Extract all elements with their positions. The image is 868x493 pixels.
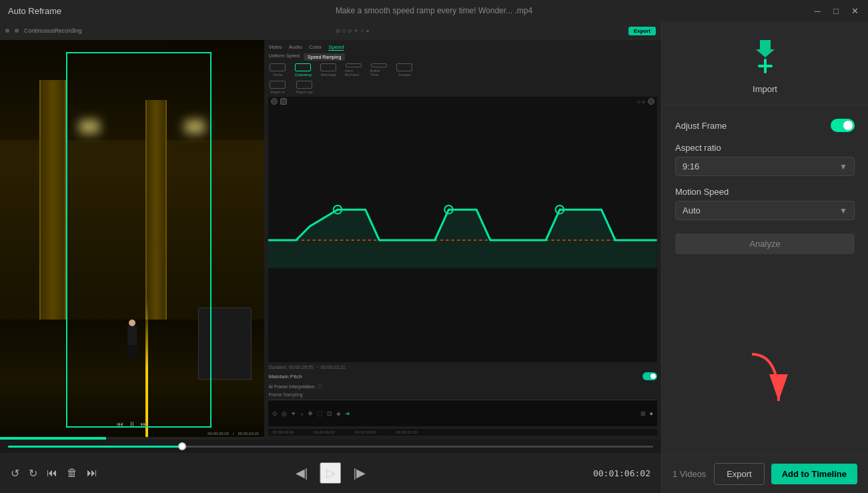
preset-bullet-time[interactable]: Bullet Time [370,63,388,77]
videos-count: 1 Videos [673,469,706,479]
playback-controls: ↺ ↻ ⏮ 🗑 ⏭ ◀| ▷ |▶ 00:01:06:02 [0,440,661,493]
inner-skip-back[interactable]: ⏮ [117,420,123,428]
graph-options-btn[interactable] [648,98,655,105]
center-controls: ◀| ▷ |▶ [296,462,366,484]
preset-outswing[interactable]: Outswing [294,63,312,77]
preset-flash-out[interactable]: Flash out [295,81,314,94]
person-head [129,320,135,326]
red-arrow-icon [739,348,792,414]
svg-marker-1 [268,209,657,268]
play-button[interactable]: ▷ [320,462,342,484]
tab-color[interactable]: Color [309,44,322,51]
yellow-stripe [145,300,148,440]
tab-video[interactable]: Video [268,44,282,51]
aspect-ratio-label: Aspect ratio [675,143,855,153]
maintain-pitch-label: Maintain Pitch [268,374,302,380]
preset-flash-in[interactable]: Flash in [268,81,287,94]
analyze-button[interactable]: Analyze [675,233,855,254]
inner-export-button[interactable]: Export [628,27,656,35]
speed-ramping-btn[interactable]: Speed Ramping [304,53,345,61]
timeline-tool-7[interactable]: ⊡ [327,410,332,417]
redo-button[interactable]: ↻ [29,467,37,480]
maintain-pitch-toggle[interactable] [642,372,657,380]
timeline-tool-5[interactable]: ❖ [308,410,313,417]
file-title: Make a smooth speed ramp every time! Won… [336,6,532,15]
maximize-button[interactable]: □ [831,5,841,16]
right-panel: Import Adjust Frame Aspect ratio 9:16 ▼ [661,21,868,493]
inner-content: Player Full Quality ▼ [0,40,661,440]
tab-audio[interactable]: Audio [289,44,302,51]
motion-speed-block: Motion Speed Auto ▼ [675,187,855,220]
ruler-3: 00:00:11:00 [396,430,418,434]
inner-video-preview: Player Full Quality ▼ [0,40,264,440]
timeline-tool-4[interactable]: ⬦ [300,410,304,417]
video-player[interactable]: ContinuousRecording ⊞ ⊙ ⊚ ✦ ✧ ● Export P… [0,21,661,440]
window-controls: ─ □ ✕ [812,5,860,16]
flash-icons-row: Flash in Flash out [268,81,657,94]
graph-dot-btn[interactable] [271,98,278,105]
toggle-thumb [843,121,853,130]
timeline-tool-1[interactable]: ⊙ [272,410,278,417]
import-icon-group [752,35,779,76]
graph-zoom-icons: ⊙ ⊚ [637,99,645,104]
timeline-grid-btn[interactable]: ⊞ [640,410,646,417]
inner-dot-2 [15,29,19,33]
motion-speed-chevron-icon: ▼ [839,206,847,215]
aspect-ratio-dropdown[interactable]: 9:16 ▼ [675,157,855,176]
time-display: 00:01:06:02 [593,468,650,478]
motion-speed-dropdown[interactable]: Auto ▼ [675,201,855,220]
duration-info: Duration: 00:00:29;55 → 00:00:02:21 [268,365,657,370]
frame-fwd-button[interactable]: |▶ [354,466,366,480]
inner-speed-panel: Video Audio Color Speed Uniform Speed Sp… [264,40,661,440]
preset-jumper[interactable]: Jumper [395,63,414,77]
ruler-2: 00:00:10:00 [355,430,376,434]
aspect-ratio-chevron-icon: ▼ [839,162,847,171]
export-button[interactable]: Export [714,463,765,485]
adjust-frame-toggle[interactable] [831,119,855,132]
adjust-frame-row: Adjust Frame [675,119,855,132]
frame-back-button[interactable]: ◀| [296,466,308,480]
progress-fill [8,446,182,448]
inner-tab-bar: Video Audio Color Speed [268,44,657,51]
bottom-action-bar: 1 Videos Export Add to Timeline [662,454,868,493]
import-label: Import [753,84,777,94]
inner-time-total: 00:00:03:21 [238,432,260,436]
inner-time-current: 00:00:09:06 [207,432,229,436]
preset-none[interactable]: None [268,63,287,77]
ruler-1: 00:00:09:00 [314,430,335,434]
ai-frame-info-icon: ⓘ [318,383,322,390]
skip-end-button[interactable]: ⏭ [87,467,97,479]
progress-thumb[interactable] [178,442,186,450]
uniform-speed-btn[interactable]: Uniform Speed [268,53,300,61]
inner-dot-1 [5,29,9,33]
title-bar: Auto Reframe Make a smooth speed ramp ev… [0,0,868,21]
graph-settings-btn[interactable] [280,98,287,105]
main-layout: ContinuousRecording ⊞ ⊙ ⊚ ✦ ✧ ● Export P… [0,21,868,493]
timeline-tool-8[interactable]: ◈ [336,410,341,417]
timeline-tool-3[interactable]: ✦ [291,410,296,417]
add-to-timeline-button[interactable]: Add to Timeline [771,464,857,484]
inner-skip-fwd[interactable]: ⏭ [141,420,147,428]
progress-track[interactable] [8,446,653,448]
aspect-ratio-value: 9:16 [683,161,699,171]
adjust-frame-label: Adjust Frame [675,121,727,131]
app-name: Auto Reframe [8,6,61,16]
timeline-orange-dot: ● [650,410,653,417]
delete-button[interactable]: 🗑 [67,467,77,479]
inner-pause[interactable]: ⏸ [129,420,135,428]
speed-preset-row: None Outswing Montage [268,63,657,77]
undo-button[interactable]: ↺ [11,467,19,480]
person-figure [125,320,139,360]
preset-hero-moment[interactable]: Hero Moment [344,63,363,77]
timeline-tool-6[interactable]: ⬚ [317,410,323,417]
timeline-tool-9[interactable]: ➜ [345,410,350,417]
settings-section: Adjust Frame Aspect ratio 9:16 ▼ Motion … [662,105,868,274]
timeline-tool-2[interactable]: ◎ [282,410,287,417]
skip-start-button[interactable]: ⏮ [47,467,57,479]
inner-top-bar: ContinuousRecording ⊞ ⊙ ⊚ ✦ ✧ ● Export [0,21,661,40]
close-button[interactable]: ✕ [849,5,860,16]
minimize-button[interactable]: ─ [812,5,823,16]
tab-speed[interactable]: Speed [328,44,344,51]
progress-bar-container[interactable] [0,440,661,453]
preset-montage[interactable]: Montage [319,63,338,77]
